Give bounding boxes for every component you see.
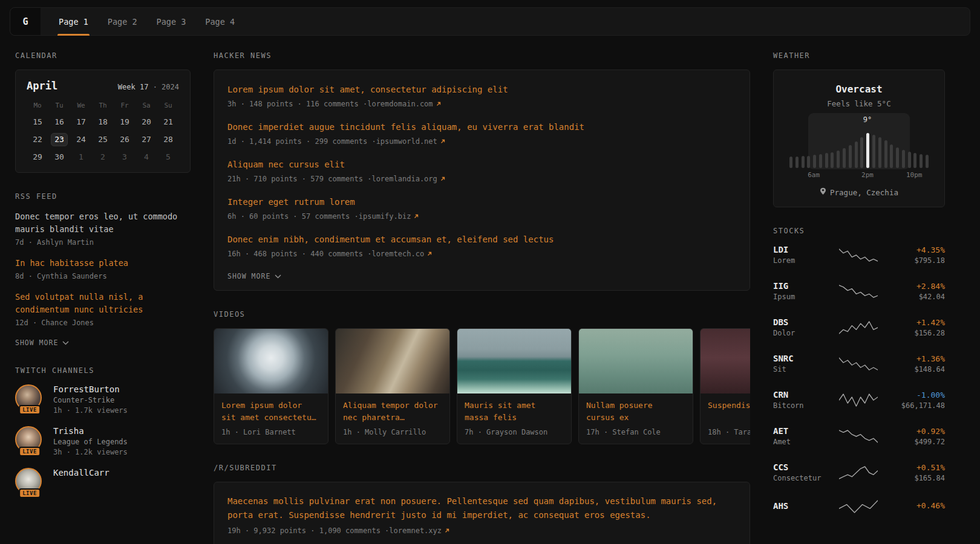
rss-item-headline[interactable]: Sed volutpat nulla nisl, a condimentum n… (15, 291, 191, 316)
hn-story-headline[interactable]: Donec enim nibh, condimentum et accumsan… (227, 233, 736, 246)
stock-row[interactable]: CCS Consectetur +0.51% $165.84 (773, 462, 945, 482)
hacker-news-card: Lorem ipsum dolor sit amet, consectetur … (214, 70, 750, 291)
hour-bar (890, 144, 893, 168)
hour-bar (878, 137, 881, 168)
rss-item-meta: 12d · Chance Jones (15, 319, 191, 327)
video-title[interactable]: Mauris sit amet massa felis (465, 400, 564, 424)
subreddit-post-stats: 19h · 9,932 points · 1,090 comments · (227, 526, 389, 535)
source-link[interactable]: loremtech.co (371, 250, 433, 258)
stock-row[interactable]: AET Amet +0.92% $499.72 (773, 426, 945, 446)
calendar-day: 26 (116, 133, 133, 146)
hn-story: Lorem ipsum dolor sit amet, consectetur … (227, 83, 736, 108)
calendar-day: 16 (51, 115, 68, 129)
twitch-channel-row[interactable]: LIVE Trisha League of Legends 3h · 1.2k … (15, 426, 191, 456)
hn-story-meta: 1d · 1,414 points · 299 comments · ipsum… (227, 137, 736, 146)
hn-story-headline[interactable]: Integer eget rutrum lorem (227, 196, 736, 209)
stock-row[interactable]: IIG Ipsum +2.84% $42.04 (773, 281, 945, 301)
subreddit-widget: /R/SUBREDDIT Maecenas mollis pulvinar er… (214, 464, 750, 544)
twitch-channel-name[interactable]: KendallCarr (53, 468, 109, 478)
tab-page-1[interactable]: Page 1 (57, 8, 90, 35)
hour-bar (843, 148, 846, 168)
day-of-week-label: Tu (55, 100, 63, 111)
stock-values: +0.46% (888, 501, 945, 512)
hn-story: Donec enim nibh, condimentum et accumsan… (227, 233, 736, 258)
calendar-day: 19 (116, 115, 133, 129)
rss-item-headline[interactable]: Donec tempor eros leo, ut commodo mauris… (15, 210, 191, 236)
stock-identity: AHS (773, 501, 829, 513)
video-title[interactable]: Nullam posuere cursus ex (586, 400, 685, 424)
source-link[interactable]: loremnet.xyz (389, 526, 450, 535)
hour-bar (831, 152, 834, 168)
stock-price: $795.18 (888, 256, 945, 265)
stock-price: $156.28 (888, 329, 945, 337)
stocks-widget-title: STOCKS (773, 227, 945, 235)
videos-widget: VIDEOS Lorem ipsum dolor sit amet consec… (214, 310, 750, 444)
stock-change: +0.46% (888, 501, 945, 510)
rss-show-more-button[interactable]: SHOW MORE (15, 338, 69, 347)
video-title[interactable]: Suspendisse diam (708, 400, 750, 424)
app-logo: G (10, 8, 41, 35)
source-link[interactable]: loremlandia.org (371, 175, 445, 183)
source-link[interactable]: ipsumify.biz (359, 212, 420, 221)
hn-story-headline[interactable]: Donec imperdiet augue tincidunt felis al… (227, 121, 736, 134)
source-domain: loremnet.xyz (389, 526, 442, 535)
source-link[interactable]: ipsumworld.net (376, 137, 446, 146)
video-card[interactable]: Nullam posuere cursus ex 17h · Stefan Co… (578, 328, 693, 444)
rss-item: Donec tempor eros leo, ut commodo mauris… (15, 210, 191, 247)
hour-bar (849, 145, 852, 168)
rss-item-headline[interactable]: In hac habitasse platea (15, 257, 191, 270)
stock-row[interactable]: CRN Bitcorn -1.00% $66,171.48 (773, 390, 945, 410)
hacker-news-widget: HACKER NEWS Lorem ipsum dolor sit amet, … (214, 51, 750, 291)
stock-values: +0.92% $499.72 (888, 427, 945, 446)
live-badge: LIVE (19, 488, 41, 498)
source-domain: ipsumify.biz (359, 212, 411, 221)
video-card[interactable]: Aliquam tempor dolor nec pharetra… 1h · … (335, 328, 450, 444)
stock-ticker: AHS (773, 501, 829, 511)
twitch-channel-row[interactable]: LIVE KendallCarr (15, 468, 191, 494)
day-of-week-label: Su (164, 100, 172, 111)
current-hour-bar (866, 133, 869, 168)
hn-story-stats: 6h · 60 points · 57 comments · (227, 212, 359, 221)
video-card-body: Suspendisse diam 18h · Tara (701, 393, 750, 444)
video-title[interactable]: Lorem ipsum dolor sit amet consectetu… (221, 400, 321, 424)
video-card[interactable]: Lorem ipsum dolor sit amet consectetu… 1… (214, 328, 328, 444)
hn-story: Integer eget rutrum lorem 6h · 60 points… (227, 196, 736, 221)
subreddit-post-headline[interactable]: Maecenas mollis pulvinar erat non posuer… (227, 494, 736, 522)
rss-feed-widget: RSS FEED Donec tempor eros leo, ut commo… (15, 192, 191, 347)
tab-page-3[interactable]: Page 3 (155, 8, 188, 35)
source-link[interactable]: loremdomain.com (367, 100, 441, 108)
live-badge: LIVE (19, 447, 41, 456)
time-label: 6am (808, 171, 820, 179)
hn-story-headline[interactable]: Lorem ipsum dolor sit amet, consectetur … (227, 83, 736, 96)
stock-row[interactable]: LDI Lorem +4.35% $795.18 (773, 245, 945, 265)
twitch-channel-row[interactable]: LIVE ForrestBurton Counter-Strike 1h · 1… (15, 384, 191, 415)
twitch-channel-name[interactable]: Trisha (53, 426, 128, 436)
hn-story-headline[interactable]: Aliquam nec cursus elit (227, 158, 736, 171)
hn-story: Donec imperdiet augue tincidunt felis al… (227, 121, 736, 146)
hour-bar (855, 141, 858, 168)
video-meta: 7h · Grayson Dawson (465, 428, 564, 436)
right-column: WEATHER Overcast Feels like 5°C 9° 6am 2… (773, 51, 945, 534)
hn-story-meta: 6h · 60 points · 57 comments · ipsumify.… (227, 212, 736, 221)
video-card[interactable]: Mauris sit amet massa felis 7h · Grayson… (457, 328, 572, 444)
tab-page-2[interactable]: Page 2 (106, 8, 139, 35)
stock-row[interactable]: DBS Dolor +1.42% $156.28 (773, 317, 945, 337)
twitch-channel-info: ForrestBurton Counter-Strike 1h · 1.7k v… (53, 384, 128, 415)
video-card[interactable]: Suspendisse diam 18h · Tara (700, 328, 750, 444)
stock-row[interactable]: AHS +0.46% (773, 499, 945, 514)
calendar-day: 17 (73, 115, 90, 129)
hn-show-more-button[interactable]: SHOW MORE (227, 272, 281, 280)
stock-row[interactable]: SNRC Sit +1.36% $148.64 (773, 354, 945, 374)
video-thumbnail (214, 329, 328, 393)
hn-story-stats: 1d · 1,414 points · 299 comments · (227, 137, 376, 146)
video-title[interactable]: Aliquam tempor dolor nec pharetra… (343, 400, 442, 424)
calendar-week-number: Week 17 (118, 83, 149, 91)
twitch-avatar-wrap: LIVE (15, 384, 44, 411)
stock-name: Consectetur (773, 474, 829, 482)
twitch-avatar-wrap: LIVE (15, 426, 44, 453)
calendar-day-today: 23 (51, 133, 68, 146)
tab-page-4[interactable]: Page 4 (204, 8, 236, 35)
twitch-channel-name[interactable]: ForrestBurton (53, 384, 128, 394)
video-thumbnail (701, 329, 750, 393)
stock-change: +0.51% (888, 463, 945, 472)
